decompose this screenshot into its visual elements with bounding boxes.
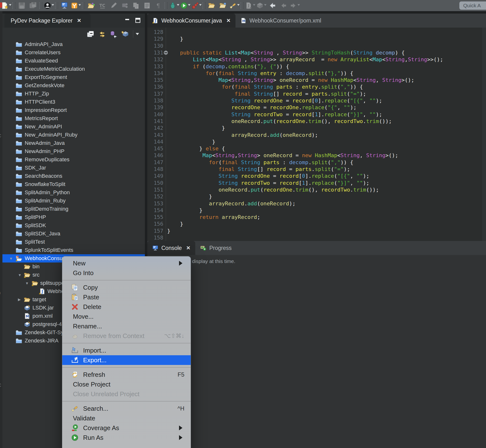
explorer-view-toolbar — [2, 28, 145, 40]
code-viewport[interactable]: 128129}130131public static List<Map<Stri… — [147, 28, 486, 241]
tree-item-correlateusers[interactable]: CorrelateUsers — [2, 48, 145, 57]
jar-file-icon — [24, 305, 31, 311]
debug-button[interactable] — [168, 1, 179, 10]
profile-button[interactable] — [191, 1, 202, 10]
quick-access-box[interactable]: Quick A — [459, 1, 486, 10]
tree-item-new-adminapi[interactable]: New_AdminAPI — [2, 122, 145, 131]
menu-item-search[interactable]: Search...^H — [62, 404, 191, 413]
tree-item-new-adminapi-ruby[interactable]: New_AdminAPI_Ruby — [2, 131, 145, 139]
menu-item-rename[interactable]: Rename... — [62, 321, 191, 331]
show-selected-icon[interactable] — [110, 30, 118, 38]
menu-item-move[interactable]: Move... — [62, 312, 191, 321]
tree-item-impressionreport[interactable]: ImpressionReport — [2, 106, 145, 114]
chevron-down-icon[interactable] — [199, 4, 202, 7]
menu-item-export[interactable]: Export... — [62, 355, 191, 365]
overview-ruler[interactable] — [482, 28, 486, 241]
menu-item-copy[interactable]: Copy — [62, 283, 191, 292]
line-number: 142 — [147, 124, 163, 131]
plugin-icon — [121, 2, 129, 9]
line-number: 141 — [147, 118, 163, 125]
clipped-text-fragment: C — [0, 133, 1, 138]
new-wizard-button[interactable] — [0, 1, 12, 10]
tree-item-splittest[interactable]: SplitTest — [2, 238, 145, 246]
menu-item-new[interactable]: New — [62, 258, 191, 268]
collapse-arrow-icon[interactable]: ▼ — [25, 281, 29, 285]
tree-item-getzendeskvote[interactable]: GetZendeskVote — [2, 81, 145, 90]
menu-item-coverage-as[interactable]: Coverage As — [62, 423, 191, 433]
chevron-down-icon[interactable] — [52, 4, 54, 7]
run-button[interactable] — [179, 1, 191, 10]
chevron-down-icon[interactable] — [177, 4, 179, 7]
tab-pydev-package-explorer[interactable]: PyDev Package Explorer ✕ — [4, 14, 91, 28]
tree-item-metricsreport[interactable]: MetricsReport — [2, 114, 145, 122]
tree-item-splitphp[interactable]: SplitPHP — [2, 213, 145, 221]
collapse-arrow-icon[interactable]: ▼ — [9, 256, 13, 261]
tree-item-httpclient3[interactable]: HTTPClient3 — [2, 98, 145, 106]
tree-item-exporttosegment[interactable]: ExportToSegment — [2, 73, 145, 81]
checkstyle-button[interactable] — [70, 1, 81, 10]
tree-item-evaluateseed[interactable]: EvaluateSeed — [2, 57, 145, 65]
close-icon[interactable]: ✕ — [77, 18, 81, 24]
code-line-143: arrayRecord.add(oneRecord); — [231, 131, 318, 138]
tree-item-newadmin-java[interactable]: NewAdmin_Java — [2, 139, 145, 147]
back-bold-button[interactable] — [267, 1, 278, 10]
focus-view-icon[interactable] — [122, 30, 130, 38]
tree-item-label: New_AdminAPI — [25, 123, 62, 130]
tree-item-splunktosplitevents[interactable]: SplunkToSplitEvents — [2, 246, 145, 254]
maximize-button[interactable] — [134, 17, 141, 24]
user-profile-button[interactable] — [43, 1, 54, 10]
tree-item-splitadmin-python[interactable]: SplitAdmin_Python — [2, 188, 145, 197]
menu-item-refresh[interactable]: RefreshF5 — [62, 370, 191, 379]
chevron-down-icon[interactable] — [237, 4, 240, 7]
collapse-arrow-icon[interactable]: ▼ — [18, 273, 22, 277]
tree-item-http-zip[interactable]: HTTP_Zip — [2, 90, 145, 98]
tree-item-searchbeacons[interactable]: SearchBeacons — [2, 172, 145, 180]
expand-arrow-icon[interactable]: ▶ — [18, 297, 21, 302]
menu-item-paste[interactable]: Paste — [62, 292, 191, 302]
highlight-button[interactable] — [229, 1, 240, 10]
editor-tab-webhookconsumer-java[interactable]: JWebhookConsumer.java✕ — [147, 14, 235, 28]
tree-item-sdk-jar[interactable]: SDK_Jar — [2, 164, 145, 172]
submenu-arrow-icon — [179, 261, 185, 266]
console-tab-progress[interactable]: Progress — [195, 241, 236, 255]
open-run-config-button[interactable] — [86, 1, 97, 10]
chevron-down-icon[interactable] — [9, 4, 11, 7]
menu-item-go-into[interactable]: Go Into — [62, 268, 191, 278]
run-icon — [180, 2, 188, 9]
copy-icon — [71, 284, 79, 291]
chevron-down-icon[interactable] — [79, 4, 81, 7]
tree-item-removeduplicates[interactable]: RemoveDuplicates — [2, 155, 145, 164]
line-number: 146 — [147, 152, 163, 159]
new-package-icon — [256, 2, 264, 9]
console-view-button[interactable] — [59, 1, 70, 10]
tree-item-splitdemotraining[interactable]: SplitDemoTraining — [2, 205, 145, 213]
menu-item-run-as[interactable]: Run As — [62, 433, 191, 442]
view-menu-chevron-icon[interactable] — [133, 30, 141, 38]
tree-item-splitsdk[interactable]: SplitSDK — [2, 221, 145, 230]
menu-item-import[interactable]: Import... — [62, 345, 191, 355]
tree-item-splitadmin-ruby[interactable]: SplitAdmin_Ruby — [2, 197, 145, 205]
line-number: 158 — [147, 234, 163, 241]
menu-item-close-project[interactable]: Close Project — [62, 379, 191, 389]
open-type-button[interactable] — [206, 1, 218, 10]
menu-item-label: Go Into — [73, 269, 94, 277]
menu-item-delete[interactable]: Delete — [62, 302, 191, 312]
close-icon[interactable]: ✕ — [226, 18, 231, 24]
code-line-137: final String[] record = parts.split("=")… — [235, 90, 366, 97]
close-icon[interactable]: ✕ — [186, 245, 190, 251]
menu-item-validate[interactable]: Validate — [62, 413, 191, 423]
console-tab-console[interactable]: Console✕ — [147, 241, 195, 255]
link-with-editor-icon[interactable] — [98, 30, 106, 38]
editor-tab-webhookconsumer-pom-xml[interactable]: MWebhookConsumer/pom.xml — [235, 14, 326, 28]
minimize-button[interactable] — [123, 17, 131, 24]
fold-collapse-icon[interactable] — [164, 51, 168, 55]
tree-item-newadmin-php[interactable]: NewAdmin_PHP — [2, 147, 145, 155]
collapse-all-icon[interactable] — [87, 30, 95, 38]
chevron-down-icon[interactable] — [188, 4, 190, 7]
tree-item-adminapi-java[interactable]: AdminAPI_Java — [2, 40, 145, 48]
tree-item-snowflaketosplit[interactable]: SnowflakeToSplit — [2, 180, 145, 188]
tree-item-splitsdk-java[interactable]: SplitSDK_Java — [2, 230, 145, 238]
tree-item-executemetriccalculation[interactable]: ExecuteMetricCalculation — [2, 65, 145, 73]
open-resource-button[interactable] — [218, 1, 229, 10]
team-sync-button: TC — [97, 1, 108, 10]
